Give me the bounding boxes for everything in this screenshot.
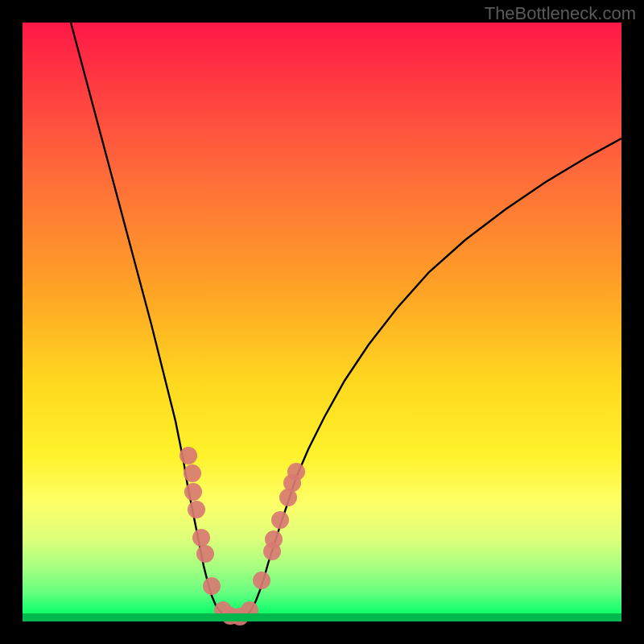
chart-frame: TheBottleneck.com (0, 0, 644, 644)
curve-right-branch (236, 138, 621, 618)
data-marker (287, 463, 305, 481)
data-marker (265, 530, 283, 548)
data-marker (184, 483, 202, 501)
plot-area (23, 23, 621, 621)
data-marker (180, 447, 197, 464)
data-marker (203, 577, 221, 595)
green-baseline-band (23, 613, 621, 621)
curve-left-branch (71, 23, 236, 618)
data-marker (192, 529, 210, 547)
data-marker (253, 572, 270, 589)
data-marker (196, 545, 214, 563)
curve-layer (23, 23, 621, 621)
watermark-text: TheBottleneck.com (485, 3, 636, 24)
data-marker (184, 464, 201, 482)
data-marker (188, 501, 205, 518)
data-marker (271, 511, 289, 529)
